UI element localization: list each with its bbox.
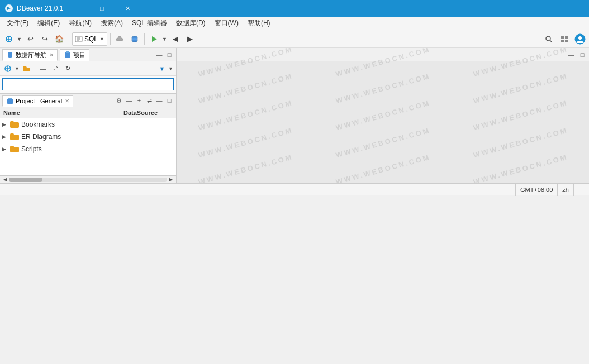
left-panels: 数据库导航 ✕ 项目 — □ [0,48,177,183]
project-settings-btn[interactable]: ⚙ [115,96,124,105]
toolbar-database-btn[interactable] [128,32,141,46]
tree-item-er-diagrams[interactable]: ▶ ER Diagrams [0,131,176,143]
er-diagrams-label: ER Diagrams [21,133,61,141]
wm-text-15: WWW.WEBOCN.COM [472,153,569,183]
run-dropdown[interactable]: ▼ [162,36,168,42]
nav-filter-btn[interactable]: ▼ [157,64,167,74]
sql-dropdown-arrow[interactable]: ▼ [99,36,104,42]
toolbar-next-btn[interactable]: ▶ [183,32,197,46]
menu-file[interactable]: 文件(F) [2,17,33,30]
nav-folder-btn[interactable] [21,63,32,74]
toolbar-search-btn[interactable] [542,32,555,46]
col-name: Name [0,108,120,117]
project-tab-top[interactable]: 项目 [60,49,89,61]
close-button[interactable]: ✕ [115,0,140,17]
toolbar-connect-btn[interactable] [2,32,16,46]
toolbar-sep2 [110,33,111,45]
svg-rect-18 [65,52,70,58]
nav-filter-dropdown[interactable]: ▼ [168,66,174,71]
wm-text-4: WWW.WEBOCN.COM [197,72,294,106]
scroll-right-arrow[interactable]: ▶ [167,176,175,184]
wm-text-13: WWW.WEBOCN.COM [197,153,294,183]
wm-text-1: WWW.WEBOCN.COM [197,48,294,78]
search-container [0,76,176,93]
project-general-tab-close[interactable]: ✕ [65,98,69,104]
wm-line-4: WWW.WEBOCN.COM WWW.WEBOCN.COM WWW.WEBOCN… [177,138,589,147]
status-right: GMT+08:00 zh [515,184,585,196]
scripts-folder-icon [10,146,19,152]
panel-controls-top: — □ [155,50,174,59]
project-general-tab[interactable]: Project - General ✕ [2,95,73,107]
svg-point-9 [546,36,550,41]
minimize-button[interactable]: — [63,0,89,17]
nav-connect-dropdown[interactable]: ▼ [15,66,20,71]
db-navigator-tab[interactable]: 数据库导航 ✕ [2,49,58,61]
toolbar-run-btn[interactable] [148,32,161,46]
wm-line-1: WWW.WEBOCN.COM WWW.WEBOCN.COM WWW.WEBOCN… [177,58,589,66]
project-min-btn[interactable]: — [155,96,164,105]
wm-text-2: WWW.WEBOCN.COM [335,48,431,78]
toolbar-right [542,32,587,46]
maximize-panel-btn[interactable]: □ [165,50,174,59]
toolbar-forward-btn[interactable]: ↪ [38,32,51,46]
window-controls: — □ ✕ [63,0,140,17]
sql-button-group[interactable]: SQL ▼ [72,32,107,46]
tree-header: Name DataSource [0,107,176,118]
tree-item-scripts[interactable]: ▶ Scripts [0,143,176,155]
menubar: 文件(F) 编辑(E) 导航(N) 搜索(A) SQL 编辑器 数据库(D) 窗… [0,17,589,30]
menu-help[interactable]: 帮助(H) [243,17,275,30]
nav-link-btn[interactable]: ⇌ [50,63,61,74]
col-datasource: DataSource [120,108,176,117]
project-minus-btn[interactable]: — [125,96,134,105]
maximize-button[interactable]: □ [89,0,115,17]
project-panel-controls: ⚙ — + ⇌ — □ [115,96,174,105]
connect-dropdown[interactable]: ▼ [17,36,22,42]
project-tab-label: 项目 [73,51,86,59]
project-general-icon [6,97,14,105]
toolbar-back-btn[interactable]: ↩ [23,32,37,46]
project-panel: Project - General ✕ ⚙ — + ⇌ — □ Name Dat… [0,94,176,183]
svg-rect-12 [565,36,568,39]
tree-item-bookmarks[interactable]: ▶ Bookmarks [0,118,176,131]
status-lang: zh [557,184,573,196]
minimize-panel-btn[interactable]: — [155,50,164,59]
watermarks-container: WWW.WEBOCN.COM WWW.WEBOCN.COM WWW.WEBOCN… [177,48,589,183]
menu-nav[interactable]: 导航(N) [64,17,96,30]
wm-text-5: WWW.WEBOCN.COM [335,72,431,106]
scroll-left-arrow[interactable]: ◀ [1,176,9,184]
scripts-label: Scripts [21,145,42,153]
toolbar-home-btn[interactable]: 🏠 [53,32,66,46]
search-input[interactable] [2,78,174,90]
toolbar-profile-btn[interactable] [573,32,587,46]
bookmarks-arrow: ▶ [2,122,10,127]
svg-point-7 [132,38,137,40]
project-max-btn[interactable]: □ [165,96,174,105]
wm-text-12: WWW.WEBOCN.COM [472,126,569,159]
content-area: 数据库导航 ✕ 项目 — □ [0,48,589,183]
wm-text-11: WWW.WEBOCN.COM [335,126,431,159]
menu-edit[interactable]: 编辑(E) [33,17,64,30]
nav-collapse-btn[interactable]: — [37,63,49,74]
nav-connect-btn[interactable] [2,63,13,74]
toolbar: ▼ ↩ ↪ 🏠 SQL ▼ ▼ ◀ ▶ [0,30,589,48]
nav-sync-btn[interactable]: ↻ [62,63,73,74]
project-add-btn[interactable]: + [135,96,144,105]
svg-rect-19 [66,51,69,53]
db-navigator-tab-close[interactable]: ✕ [49,52,54,58]
menu-sql-editor[interactable]: SQL 编辑器 [127,17,172,30]
project-scrollbar[interactable]: ◀ ▶ [0,175,176,183]
scroll-thumb[interactable] [9,178,42,182]
menu-search[interactable]: 搜索(A) [96,17,127,30]
toolbar-cloud-btn[interactable] [113,32,127,46]
er-diagrams-arrow: ▶ [2,134,10,140]
scroll-track[interactable] [9,178,167,182]
wm-text-7: WWW.WEBOCN.COM [197,99,294,132]
toolbar-prev-btn[interactable]: ◀ [169,32,182,46]
wm-text-8: WWW.WEBOCN.COM [335,99,431,132]
project-link-btn[interactable]: ⇌ [145,96,154,105]
er-diagrams-folder-icon [10,133,19,140]
menu-database[interactable]: 数据库(D) [172,17,210,30]
toolbar-grid-btn[interactable] [558,32,571,46]
menu-window[interactable]: 窗口(W) [210,17,243,30]
bookmarks-label: Bookmarks [21,121,55,128]
